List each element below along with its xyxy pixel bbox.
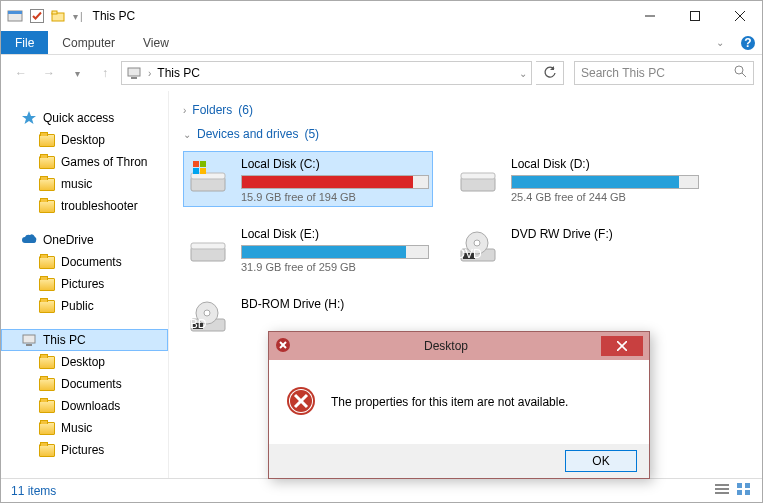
svg-rect-6 xyxy=(690,12,699,21)
star-icon xyxy=(21,110,37,126)
back-button[interactable]: ← xyxy=(9,61,33,85)
chevron-down-icon: ⌄ xyxy=(183,129,191,140)
svg-rect-22 xyxy=(200,168,206,174)
svg-rect-24 xyxy=(461,173,495,179)
svg-rect-19 xyxy=(193,161,199,167)
tree-item[interactable]: Desktop xyxy=(1,351,168,373)
dialog-title: Desktop xyxy=(291,339,601,353)
address-dropdown-icon[interactable]: ⌄ xyxy=(519,68,527,79)
tree-item[interactable]: Documents xyxy=(1,251,168,273)
tree-item[interactable]: Pictures xyxy=(1,273,168,295)
svg-rect-40 xyxy=(737,483,742,488)
ribbon-expand-icon[interactable]: ⌄ xyxy=(706,31,734,54)
drive-name: Local Disk (D:) xyxy=(511,157,699,171)
folder-icon xyxy=(39,356,55,369)
svg-text:DVD: DVD xyxy=(457,247,482,261)
dialog-sysmenu-icon xyxy=(275,337,291,356)
recent-locations-icon[interactable]: ▾ xyxy=(65,61,89,85)
svg-point-34 xyxy=(204,310,210,316)
ribbon: File Computer View ⌄ ? xyxy=(1,31,762,55)
forward-button[interactable]: → xyxy=(37,61,61,85)
tree-item[interactable]: troubleshooter xyxy=(1,195,168,217)
large-icons-view-button[interactable] xyxy=(736,482,752,499)
search-placeholder: Search This PC xyxy=(581,66,665,80)
svg-text:?: ? xyxy=(744,36,751,50)
group-folders[interactable]: › Folders (6) xyxy=(183,103,748,117)
search-icon xyxy=(734,65,747,81)
drive-free-text: 15.9 GB free of 194 GB xyxy=(241,191,429,203)
svg-rect-41 xyxy=(745,483,750,488)
close-button[interactable] xyxy=(717,2,762,30)
svg-rect-43 xyxy=(745,490,750,495)
folder-icon xyxy=(39,278,55,291)
svg-rect-11 xyxy=(128,68,140,76)
drive-icon xyxy=(187,225,231,269)
help-icon[interactable]: ? xyxy=(734,31,762,54)
dialog-titlebar[interactable]: Desktop xyxy=(269,332,649,360)
tab-view[interactable]: View xyxy=(129,31,183,54)
tree-item[interactable]: Desktop xyxy=(1,129,168,151)
svg-text:BD: BD xyxy=(190,317,207,331)
svg-rect-15 xyxy=(23,335,35,343)
tree-this-pc[interactable]: This PC xyxy=(1,329,168,351)
svg-rect-42 xyxy=(737,490,742,495)
capacity-bar xyxy=(511,175,699,189)
drive-icon xyxy=(457,155,501,199)
svg-rect-12 xyxy=(131,77,137,79)
drive-item[interactable]: Local Disk (E:)31.9 GB free of 259 GB xyxy=(183,221,433,277)
tree-item[interactable]: Pictures xyxy=(1,439,168,461)
dialog-close-button[interactable] xyxy=(601,336,643,356)
navigation-pane: Quick access Desktop Games of Thron musi… xyxy=(1,91,169,478)
folder-icon xyxy=(39,444,55,457)
minimize-button[interactable] xyxy=(627,2,672,30)
address-text: This PC xyxy=(157,66,200,80)
folder-icon xyxy=(39,300,55,313)
folder-icon xyxy=(39,422,55,435)
properties-checked-icon[interactable] xyxy=(29,8,45,24)
error-dialog: Desktop The properties for this item are… xyxy=(268,331,650,479)
folder-icon xyxy=(39,156,55,169)
tab-computer[interactable]: Computer xyxy=(48,31,129,54)
address-bar[interactable]: › This PC ⌄ xyxy=(121,61,532,85)
up-button[interactable]: ↑ xyxy=(93,61,117,85)
svg-rect-21 xyxy=(193,168,199,174)
tree-quick-access[interactable]: Quick access xyxy=(1,107,168,129)
tree-item[interactable]: Downloads xyxy=(1,395,168,417)
drive-name: Local Disk (C:) xyxy=(241,157,429,171)
tree-item[interactable]: Public xyxy=(1,295,168,317)
folder-icon xyxy=(39,378,55,391)
drive-name: Local Disk (E:) xyxy=(241,227,429,241)
tree-item[interactable]: Games of Thron xyxy=(1,151,168,173)
svg-point-29 xyxy=(474,240,480,246)
error-icon xyxy=(285,385,317,420)
tree-item[interactable]: Music xyxy=(1,417,168,439)
window-title: This PC xyxy=(93,9,136,23)
file-tab[interactable]: File xyxy=(1,31,48,54)
svg-rect-4 xyxy=(52,11,57,14)
capacity-bar xyxy=(241,175,429,189)
ok-button[interactable]: OK xyxy=(565,450,637,472)
folder-icon xyxy=(39,200,55,213)
breadcrumb-chevron-icon[interactable]: › xyxy=(148,68,151,79)
folder-icon xyxy=(39,134,55,147)
svg-rect-37 xyxy=(715,484,729,486)
dialog-message: The properties for this item are not ava… xyxy=(331,395,568,409)
drive-item[interactable]: DVD DVD RW Drive (F:) xyxy=(453,221,703,277)
tree-onedrive[interactable]: OneDrive xyxy=(1,229,168,251)
drive-icon: DVD xyxy=(457,225,501,269)
qat-dropdown-icon[interactable]: ▾ xyxy=(73,11,78,22)
maximize-button[interactable] xyxy=(672,2,717,30)
group-drives[interactable]: ⌄ Devices and drives (5) xyxy=(183,127,748,141)
folder-icon xyxy=(39,178,55,191)
search-input[interactable]: Search This PC xyxy=(574,61,754,85)
refresh-button[interactable] xyxy=(536,61,564,85)
app-icon xyxy=(7,8,23,24)
drive-item[interactable]: Local Disk (D:)25.4 GB free of 244 GB xyxy=(453,151,703,207)
drive-item[interactable]: Local Disk (C:)15.9 GB free of 194 GB xyxy=(183,151,433,207)
tree-item[interactable]: Documents xyxy=(1,373,168,395)
tree-item[interactable]: music xyxy=(1,173,168,195)
details-view-button[interactable] xyxy=(714,482,730,499)
drive-free-text: 31.9 GB free of 259 GB xyxy=(241,261,429,273)
drive-icon: BD xyxy=(187,295,231,339)
new-folder-icon[interactable] xyxy=(51,8,67,24)
